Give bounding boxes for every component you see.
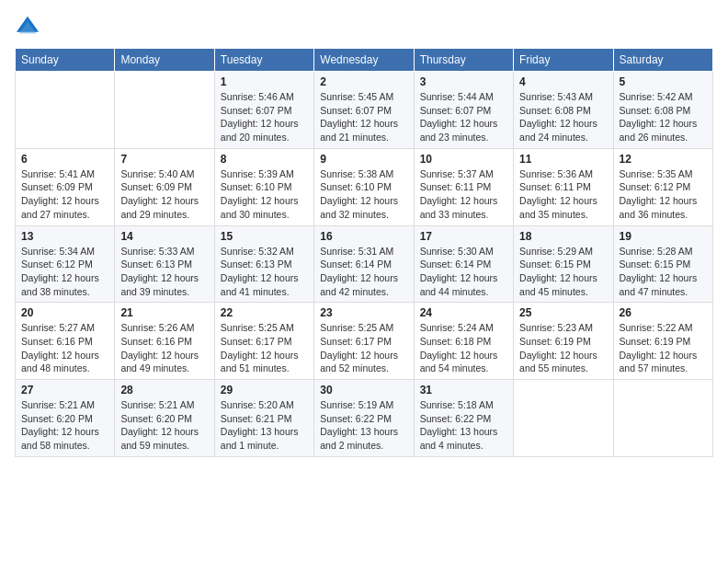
day-number: 19 — [620, 230, 707, 243]
calendar-cell: 10Sunrise: 5:37 AMSunset: 6:11 PMDayligh… — [414, 148, 513, 225]
day-number: 16 — [320, 230, 407, 243]
calendar-body: 1Sunrise: 5:46 AMSunset: 6:07 PMDaylight… — [16, 72, 713, 457]
day-number: 29 — [221, 384, 308, 396]
day-info: Sunrise: 5:41 AMSunset: 6:09 PMDaylight:… — [21, 167, 108, 222]
day-number: 25 — [519, 306, 607, 319]
calendar-cell: 19Sunrise: 5:28 AMSunset: 6:15 PMDayligh… — [613, 225, 712, 303]
day-info: Sunrise: 5:20 AMSunset: 6:21 PMDaylight:… — [221, 398, 308, 453]
day-info: Sunrise: 5:23 AMSunset: 6:19 PMDaylight:… — [519, 321, 607, 375]
day-info: Sunrise: 5:25 AMSunset: 6:17 PMDaylight:… — [320, 321, 407, 375]
day-number: 28 — [120, 384, 208, 396]
calendar-cell: 9Sunrise: 5:38 AMSunset: 6:10 PMDaylight… — [314, 148, 414, 225]
calendar-cell: 11Sunrise: 5:36 AMSunset: 6:11 PMDayligh… — [514, 148, 613, 225]
day-number: 6 — [21, 153, 108, 166]
calendar-cell: 6Sunrise: 5:41 AMSunset: 6:09 PMDaylight… — [16, 148, 115, 225]
calendar-cell: 24Sunrise: 5:24 AMSunset: 6:18 PMDayligh… — [414, 303, 513, 380]
day-info: Sunrise: 5:45 AMSunset: 6:07 PMDaylight:… — [320, 90, 407, 144]
day-number: 18 — [519, 230, 607, 243]
day-of-week-header: Friday — [514, 49, 613, 72]
day-number: 12 — [620, 153, 707, 166]
calendar-cell — [115, 72, 214, 149]
day-number: 17 — [420, 230, 507, 243]
calendar-cell: 2Sunrise: 5:45 AMSunset: 6:07 PMDaylight… — [314, 72, 414, 149]
calendar-cell: 13Sunrise: 5:34 AMSunset: 6:12 PMDayligh… — [16, 225, 115, 303]
calendar-cell — [16, 72, 115, 149]
day-info: Sunrise: 5:29 AMSunset: 6:15 PMDaylight:… — [519, 245, 607, 299]
day-info: Sunrise: 5:43 AMSunset: 6:08 PMDaylight:… — [519, 90, 607, 144]
calendar-cell: 28Sunrise: 5:21 AMSunset: 6:20 PMDayligh… — [115, 380, 214, 457]
day-info: Sunrise: 5:28 AMSunset: 6:15 PMDaylight:… — [620, 245, 707, 299]
day-info: Sunrise: 5:26 AMSunset: 6:16 PMDaylight:… — [120, 321, 208, 375]
calendar-cell: 31Sunrise: 5:18 AMSunset: 6:22 PMDayligh… — [414, 380, 513, 457]
calendar-cell: 12Sunrise: 5:35 AMSunset: 6:12 PMDayligh… — [613, 148, 712, 225]
day-number: 2 — [320, 75, 407, 88]
day-number: 1 — [221, 75, 308, 88]
day-info: Sunrise: 5:44 AMSunset: 6:07 PMDaylight:… — [420, 90, 507, 144]
day-info: Sunrise: 5:31 AMSunset: 6:14 PMDaylight:… — [320, 245, 407, 299]
day-number: 26 — [620, 306, 707, 319]
calendar-cell: 20Sunrise: 5:27 AMSunset: 6:16 PMDayligh… — [16, 303, 115, 380]
day-info: Sunrise: 5:36 AMSunset: 6:11 PMDaylight:… — [519, 167, 607, 222]
day-info: Sunrise: 5:21 AMSunset: 6:20 PMDaylight:… — [21, 398, 108, 453]
calendar-cell: 5Sunrise: 5:42 AMSunset: 6:08 PMDaylight… — [613, 72, 712, 149]
calendar-cell — [613, 380, 712, 457]
calendar-cell: 17Sunrise: 5:30 AMSunset: 6:14 PMDayligh… — [414, 225, 513, 303]
day-info: Sunrise: 5:38 AMSunset: 6:10 PMDaylight:… — [320, 167, 407, 222]
day-info: Sunrise: 5:22 AMSunset: 6:19 PMDaylight:… — [620, 321, 707, 375]
day-number: 15 — [221, 230, 308, 243]
day-info: Sunrise: 5:40 AMSunset: 6:09 PMDaylight:… — [120, 167, 208, 222]
calendar-cell: 26Sunrise: 5:22 AMSunset: 6:19 PMDayligh… — [613, 303, 712, 380]
calendar-cell: 3Sunrise: 5:44 AMSunset: 6:07 PMDaylight… — [414, 72, 513, 149]
day-info: Sunrise: 5:46 AMSunset: 6:07 PMDaylight:… — [221, 90, 308, 144]
day-number: 27 — [21, 384, 108, 396]
day-number: 22 — [221, 306, 308, 319]
day-number: 31 — [420, 384, 507, 396]
day-info: Sunrise: 5:35 AMSunset: 6:12 PMDaylight:… — [620, 167, 707, 222]
calendar-cell: 29Sunrise: 5:20 AMSunset: 6:21 PMDayligh… — [214, 380, 313, 457]
calendar-cell: 7Sunrise: 5:40 AMSunset: 6:09 PMDaylight… — [115, 148, 214, 225]
calendar-cell: 21Sunrise: 5:26 AMSunset: 6:16 PMDayligh… — [115, 303, 214, 380]
calendar-week-row: 1Sunrise: 5:46 AMSunset: 6:07 PMDaylight… — [16, 72, 713, 149]
day-number: 7 — [120, 153, 208, 166]
calendar-week-row: 6Sunrise: 5:41 AMSunset: 6:09 PMDaylight… — [16, 148, 713, 225]
day-info: Sunrise: 5:25 AMSunset: 6:17 PMDaylight:… — [221, 321, 308, 375]
calendar-cell: 22Sunrise: 5:25 AMSunset: 6:17 PMDayligh… — [214, 303, 313, 380]
day-number: 8 — [221, 153, 308, 166]
day-of-week-header: Tuesday — [214, 49, 313, 72]
calendar-cell: 30Sunrise: 5:19 AMSunset: 6:22 PMDayligh… — [314, 380, 414, 457]
page-header — [15, 15, 713, 40]
calendar-cell: 27Sunrise: 5:21 AMSunset: 6:20 PMDayligh… — [16, 380, 115, 457]
day-info: Sunrise: 5:37 AMSunset: 6:11 PMDaylight:… — [420, 167, 507, 222]
day-number: 24 — [420, 306, 507, 319]
day-info: Sunrise: 5:27 AMSunset: 6:16 PMDaylight:… — [21, 321, 108, 375]
calendar-cell: 25Sunrise: 5:23 AMSunset: 6:19 PMDayligh… — [514, 303, 613, 380]
calendar-cell: 16Sunrise: 5:31 AMSunset: 6:14 PMDayligh… — [314, 225, 414, 303]
day-info: Sunrise: 5:33 AMSunset: 6:13 PMDaylight:… — [120, 245, 208, 299]
logo — [15, 15, 44, 40]
day-info: Sunrise: 5:24 AMSunset: 6:18 PMDaylight:… — [420, 321, 507, 375]
day-number: 30 — [320, 384, 407, 396]
calendar-week-row: 13Sunrise: 5:34 AMSunset: 6:12 PMDayligh… — [16, 225, 713, 303]
day-of-week-header: Monday — [115, 49, 214, 72]
calendar-week-row: 20Sunrise: 5:27 AMSunset: 6:16 PMDayligh… — [16, 303, 713, 380]
day-of-week-header: Thursday — [414, 49, 513, 72]
day-of-week-header: Saturday — [613, 49, 712, 72]
day-info: Sunrise: 5:32 AMSunset: 6:13 PMDaylight:… — [221, 245, 308, 299]
day-number: 21 — [120, 306, 208, 319]
calendar-cell: 18Sunrise: 5:29 AMSunset: 6:15 PMDayligh… — [514, 225, 613, 303]
calendar-week-row: 27Sunrise: 5:21 AMSunset: 6:20 PMDayligh… — [16, 380, 713, 457]
day-of-week-header: Sunday — [16, 49, 115, 72]
day-number: 11 — [519, 153, 607, 166]
day-number: 20 — [21, 306, 108, 319]
calendar-cell: 1Sunrise: 5:46 AMSunset: 6:07 PMDaylight… — [214, 72, 313, 149]
day-number: 23 — [320, 306, 407, 319]
calendar-table: SundayMondayTuesdayWednesdayThursdayFrid… — [15, 48, 713, 457]
day-number: 14 — [120, 230, 208, 243]
day-number: 4 — [519, 75, 607, 88]
day-number: 5 — [620, 75, 707, 88]
calendar-header-row: SundayMondayTuesdayWednesdayThursdayFrid… — [16, 49, 713, 72]
day-info: Sunrise: 5:19 AMSunset: 6:22 PMDaylight:… — [320, 398, 407, 453]
day-info: Sunrise: 5:18 AMSunset: 6:22 PMDaylight:… — [420, 398, 507, 453]
calendar-cell: 4Sunrise: 5:43 AMSunset: 6:08 PMDaylight… — [514, 72, 613, 149]
day-info: Sunrise: 5:30 AMSunset: 6:14 PMDaylight:… — [420, 245, 507, 299]
